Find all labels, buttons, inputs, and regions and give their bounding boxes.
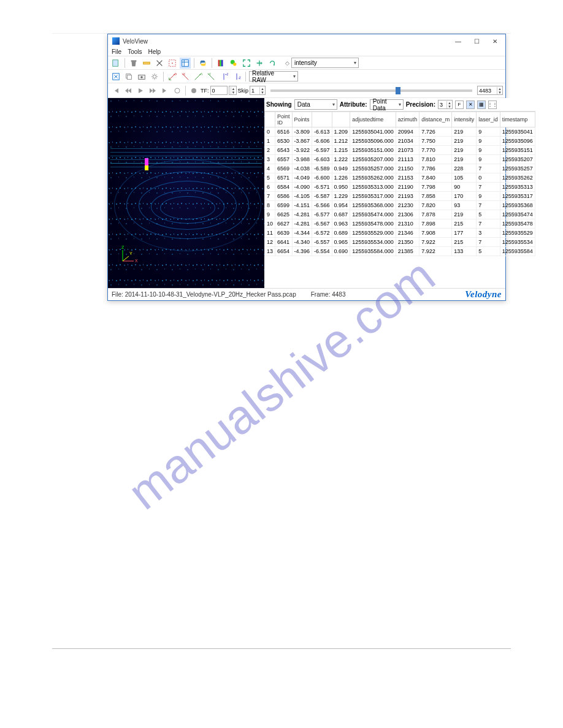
cell: 1255935474.000 (350, 210, 396, 219)
ruler-icon[interactable] (141, 58, 152, 69)
fit-icon[interactable] (241, 58, 252, 69)
table-row[interactable]: 116639-4.344-6.5720.6891255935529.000213… (265, 229, 535, 238)
table-row[interactable]: 86599-4.151-6.5660.9541255935368.0002123… (265, 201, 535, 210)
cell: 1255935096.000 (350, 137, 396, 146)
cell: 105 (452, 173, 477, 183)
table-row[interactable]: 106627-4.281-6.5670.9631255935478.000213… (265, 219, 535, 229)
cell: -6.606 (312, 137, 332, 146)
close-button[interactable]: ✕ (486, 35, 504, 47)
loop-icon[interactable] (172, 85, 183, 96)
timeline-slider[interactable] (270, 89, 472, 92)
fullscreen-icon[interactable] (110, 71, 121, 82)
color-edit-icon[interactable] (228, 58, 239, 69)
table-row[interactable]: 26543-3.922-6.5971.2151255935151.0002107… (265, 146, 535, 155)
table-row[interactable]: 126641-4.340-6.5570.9651255935534.000213… (265, 238, 535, 247)
column-header[interactable]: intensity (452, 112, 477, 127)
column-header[interactable]: laser_id (477, 112, 500, 127)
frame-input[interactable]: 4483 ▲▼ (477, 86, 503, 95)
colorby-dropdown[interactable]: intensity (291, 58, 359, 68)
column-header[interactable]: azimuth (396, 112, 419, 127)
table-row[interactable]: 136654-4.396-6.5540.6901255935584.000213… (265, 247, 535, 256)
copy-icon[interactable] (123, 71, 134, 82)
format-fixed-button[interactable]: F (455, 100, 464, 109)
table-row[interactable]: 96625-4.281-6.5770.6871255935474.0002130… (265, 210, 535, 219)
cell: 1255935317.000 (350, 192, 396, 201)
cell: 3 (265, 155, 275, 164)
maximize-button[interactable]: ☐ (467, 35, 486, 47)
app-window: VeloView — ☐ ✕ File Tools Help (107, 34, 506, 301)
menu-help[interactable]: Help (148, 48, 161, 55)
skip-input[interactable]: 1 ▲▼ (250, 86, 266, 95)
cell: 1255935151 (500, 146, 535, 155)
seek-fwd-icon[interactable] (147, 85, 158, 96)
precision-input[interactable]: 3▲▼ (438, 100, 453, 109)
table-row[interactable]: 36557-3.988-6.6031.2221255935207.0002111… (265, 155, 535, 164)
table-row[interactable]: 16530-3.867-6.6061.2121255935096.0002103… (265, 137, 535, 146)
column-chooser-button[interactable]: ⋮⋮ (488, 100, 497, 109)
colormap-icon[interactable] (215, 58, 226, 69)
trash-icon[interactable] (128, 58, 139, 69)
table-row[interactable]: 56571-4.049-6.6001.2261255935262.0002115… (265, 173, 535, 183)
table-row[interactable]: 06516-3.809-6.6131.2091255935041.0002099… (265, 127, 535, 137)
cell: 7.770 (419, 146, 452, 155)
seek-start-icon[interactable] (110, 85, 121, 96)
minimize-button[interactable]: — (449, 35, 467, 47)
cell: -6.567 (312, 219, 332, 229)
camera-icon[interactable] (136, 71, 147, 82)
rescale-icon[interactable] (254, 58, 265, 69)
column-header[interactable]: distance_m (419, 112, 452, 127)
cell: 1255935368 (500, 201, 535, 210)
column-header[interactable] (332, 112, 350, 127)
column-header[interactable] (312, 112, 332, 127)
svg-point-4 (172, 63, 173, 64)
column-header[interactable] (265, 112, 275, 127)
cell: 228 (452, 164, 477, 173)
transform-dropdown[interactable]: Relative RAW (249, 71, 298, 82)
select-block-button[interactable]: ▦ (477, 100, 486, 109)
seek-end-icon[interactable] (159, 85, 170, 96)
column-header[interactable]: Point ID (275, 112, 293, 127)
cell: -6.600 (312, 173, 332, 183)
axis-pz-icon[interactable]: +Z (218, 71, 229, 82)
cell: -6.577 (312, 210, 332, 219)
cell: 9 (477, 155, 500, 164)
python-icon[interactable] (197, 58, 209, 69)
cell: 7 (477, 219, 500, 229)
axis-px-icon[interactable]: +X (167, 71, 178, 82)
cell: 21150 (396, 164, 419, 173)
spreadsheet-icon[interactable] (180, 58, 191, 69)
axis-nx-icon[interactable]: -X (180, 71, 191, 82)
axis-nz-icon[interactable]: -Z (231, 71, 242, 82)
select-points-icon[interactable] (167, 58, 178, 69)
tf-input[interactable] (210, 86, 228, 95)
menu-tools[interactable]: Tools (128, 48, 142, 55)
column-header[interactable]: timestamp (500, 112, 535, 127)
cell: 219 (452, 155, 477, 164)
cell: 7.878 (419, 210, 452, 219)
column-header[interactable]: adjustedtime (350, 112, 396, 127)
axis-py-icon[interactable]: +Y (193, 71, 204, 82)
point-cloud-viewport[interactable]: Z X Y (108, 98, 264, 288)
record-icon[interactable] (188, 85, 199, 96)
showing-dropdown[interactable]: Data (294, 99, 337, 110)
axis-ny-icon[interactable]: -Y (205, 71, 216, 82)
refresh-icon[interactable] (267, 58, 278, 69)
svg-rect-0 (113, 59, 118, 66)
table-row[interactable]: 66584-4.090-6.5710.9501255935313.0002119… (265, 183, 535, 192)
cell: 5 (265, 173, 275, 183)
settings-icon[interactable] (149, 71, 160, 82)
play-icon[interactable] (135, 85, 146, 96)
select-column-button[interactable]: ✕ (466, 100, 475, 109)
cell: 6516 (275, 127, 293, 137)
crop-icon[interactable] (154, 58, 165, 69)
column-header[interactable]: Points (292, 112, 312, 127)
table-row[interactable]: 46569-4.038-6.5890.9491255935257.0002115… (265, 164, 535, 173)
attribute-dropdown[interactable]: Point Data (370, 99, 404, 110)
table-row[interactable]: 76586-4.105-6.5871.2291255935317.0002119… (265, 192, 535, 201)
menu-file[interactable]: File (112, 48, 121, 55)
seek-back-icon[interactable] (123, 85, 134, 96)
cell: 21346 (396, 229, 419, 238)
open-icon[interactable] (110, 58, 121, 69)
tf-spinbox[interactable]: ▲▼ (229, 86, 237, 95)
cell: -6.589 (312, 164, 332, 173)
